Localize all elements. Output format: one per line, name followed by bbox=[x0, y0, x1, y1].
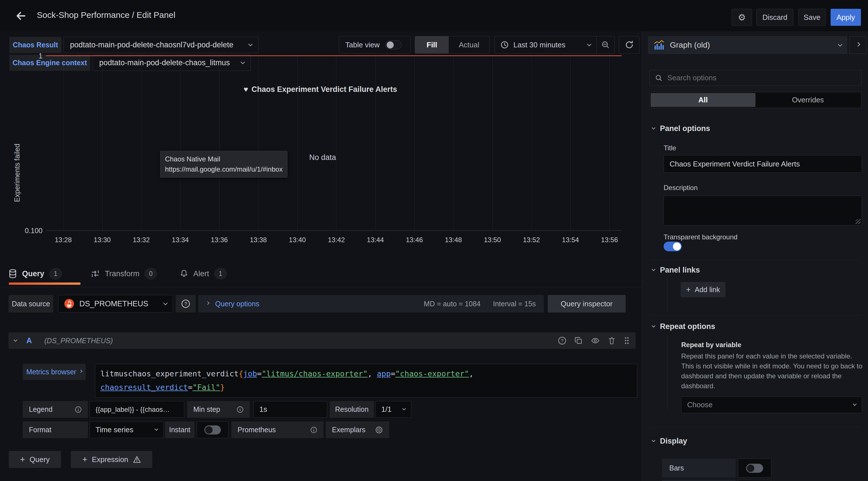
discard-button[interactable]: Discard bbox=[756, 9, 794, 26]
delete-query-trash-icon[interactable] bbox=[608, 336, 616, 345]
series-line bbox=[46, 55, 622, 56]
table-view-toggle[interactable] bbox=[385, 40, 402, 49]
time-range-label: Last 30 minutes bbox=[514, 40, 565, 49]
add-query-button[interactable]: + Query bbox=[9, 451, 61, 468]
panel-links-title: Panel links bbox=[660, 266, 700, 274]
legend-input[interactable] bbox=[90, 401, 184, 418]
annotation-tooltip: Chaos Native Mail https://mail.google.co… bbox=[160, 151, 287, 178]
query-inspector-button[interactable]: Query inspector bbox=[548, 295, 626, 312]
time-range-button[interactable]: Last 30 minutes bbox=[495, 36, 597, 53]
transparent-bg-toggle[interactable] bbox=[663, 242, 682, 251]
tooltip-link[interactable]: https://mail.google.com/mail/u/1/#inbox bbox=[165, 164, 283, 174]
database-icon bbox=[8, 269, 17, 278]
datasource-picker[interactable]: DS_PROMETHEUS bbox=[58, 295, 173, 312]
display-section-header[interactable]: Display bbox=[652, 437, 687, 446]
chevron-down-icon bbox=[652, 126, 655, 130]
promql-editor[interactable]: litmuschaos_experiment_verdict{job="litm… bbox=[95, 364, 637, 398]
search-options-input[interactable] bbox=[667, 73, 856, 82]
all-overrides-segmented: All Overrides bbox=[649, 92, 862, 108]
collapse-chevron-icon[interactable] bbox=[13, 338, 17, 342]
toggle-pane-button[interactable] bbox=[849, 36, 866, 54]
y-axis-label: Experiments failed bbox=[13, 130, 21, 215]
panel-links-section-header[interactable]: Panel links bbox=[652, 266, 700, 274]
help-circle-icon: ? bbox=[181, 299, 190, 308]
tab-overrides[interactable]: Overrides bbox=[755, 93, 860, 107]
repeat-options-section-header[interactable]: Repeat options bbox=[652, 322, 715, 331]
bars-toggle[interactable] bbox=[746, 464, 763, 473]
legend-label-text: Legend bbox=[29, 405, 53, 414]
tab-alert[interactable]: Alert 1 bbox=[180, 265, 227, 282]
x-gridline bbox=[141, 56, 142, 230]
resize-handle-icon[interactable] bbox=[856, 219, 861, 224]
title-input[interactable] bbox=[663, 155, 862, 173]
tab-transform[interactable]: Transform 0 bbox=[91, 265, 157, 282]
x-gridline bbox=[102, 56, 103, 230]
bell-icon bbox=[180, 269, 188, 278]
legend-format-field[interactable] bbox=[90, 401, 184, 418]
panel-options-section-header[interactable]: Panel options bbox=[652, 124, 710, 133]
fill-actual-segmented: Fill Actual bbox=[415, 36, 490, 54]
add-expression-button[interactable]: + Expression bbox=[71, 451, 152, 468]
back-arrow-icon[interactable] bbox=[12, 8, 29, 24]
query-row-header[interactable]: A (DS_PROMETHEUS) ? bbox=[8, 332, 636, 349]
datasource-name: DS_PROMETHEUS bbox=[80, 300, 148, 308]
metrics-browser-button[interactable]: Metrics browser bbox=[23, 364, 86, 380]
duplicate-query-icon[interactable] bbox=[574, 336, 583, 345]
apply-button[interactable]: Apply bbox=[831, 9, 861, 26]
prometheus-label: Prometheus bbox=[231, 421, 323, 438]
x-tick-label: 13:34 bbox=[160, 236, 200, 244]
chevron-down-icon bbox=[154, 427, 158, 431]
tab-query[interactable]: Query 1 bbox=[8, 265, 62, 282]
repeat-variable-value: Choose bbox=[687, 400, 713, 409]
tab-all[interactable]: All bbox=[651, 93, 755, 107]
info-icon bbox=[75, 406, 82, 413]
hide-query-eye-icon[interactable] bbox=[591, 336, 600, 345]
exemplars-toggle-icon[interactable] bbox=[375, 426, 383, 434]
interval-value: Interval = 15s bbox=[493, 300, 536, 308]
panel-title-field[interactable] bbox=[663, 155, 862, 173]
panel-settings-button[interactable]: ⚙ bbox=[732, 9, 752, 26]
x-tick-label: 13:42 bbox=[316, 236, 356, 244]
chevron-down-icon bbox=[838, 42, 842, 47]
chevron-down-icon bbox=[587, 42, 592, 46]
search-options-box[interactable] bbox=[649, 70, 862, 86]
instant-toggle[interactable] bbox=[205, 425, 221, 434]
fill-option[interactable]: Fill bbox=[415, 36, 449, 53]
min-step-input[interactable] bbox=[253, 401, 327, 418]
resolution-select[interactable]: 1/1 bbox=[375, 401, 411, 418]
variable-value-chaos-result[interactable]: podtato-main-pod-delete-chaosnl7vd-pod-d… bbox=[63, 37, 258, 53]
chevron-down-icon bbox=[248, 42, 253, 47]
chart-plot-area[interactable] bbox=[46, 56, 622, 231]
actual-option[interactable]: Actual bbox=[449, 36, 489, 53]
tab-query-count: 1 bbox=[49, 268, 62, 279]
min-step-field[interactable] bbox=[253, 401, 327, 418]
query-help-icon[interactable]: ? bbox=[558, 336, 566, 345]
drag-handle-icon[interactable] bbox=[624, 336, 630, 345]
x-tick-label: 13:40 bbox=[278, 236, 317, 244]
viz-picker[interactable]: Graph (old) bbox=[648, 36, 847, 54]
add-link-label: Add link bbox=[695, 285, 720, 294]
time-range-picker: Last 30 minutes bbox=[494, 36, 615, 54]
next-row-sliver bbox=[662, 480, 736, 481]
zoom-out-button[interactable] bbox=[597, 36, 614, 53]
x-gridline bbox=[414, 56, 415, 230]
repeat-variable-select[interactable]: Choose bbox=[681, 396, 862, 413]
format-select[interactable]: Time series bbox=[90, 421, 163, 438]
x-gridline bbox=[453, 56, 454, 230]
x-tick-label: 13:38 bbox=[239, 236, 278, 244]
chevron-down-icon bbox=[652, 267, 655, 271]
add-link-button[interactable]: + Add link bbox=[681, 282, 725, 297]
x-gridline bbox=[531, 56, 532, 230]
datasource-label-text: Data source bbox=[12, 300, 50, 308]
datasource-help-button[interactable]: ? bbox=[176, 295, 195, 312]
bars-toggle-cell bbox=[738, 459, 771, 478]
display-title: Display bbox=[660, 437, 687, 446]
description-textarea[interactable] bbox=[663, 196, 862, 226]
query-options-bar[interactable]: Query options MD = auto = 1084 Interval … bbox=[198, 295, 544, 312]
x-gridline bbox=[610, 56, 610, 230]
save-button[interactable]: Save bbox=[798, 9, 826, 26]
refresh-button[interactable] bbox=[619, 36, 640, 54]
x-gridline bbox=[492, 56, 493, 230]
active-tab-underline bbox=[9, 282, 81, 285]
instant-label: Instant bbox=[165, 421, 194, 438]
